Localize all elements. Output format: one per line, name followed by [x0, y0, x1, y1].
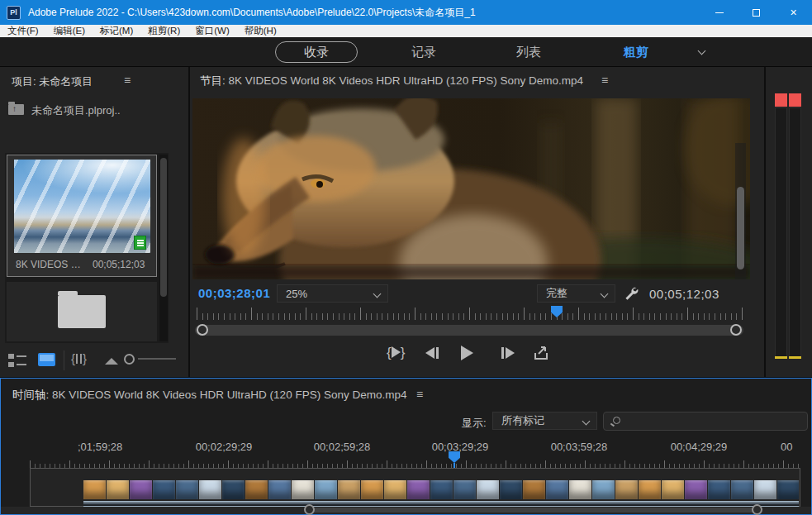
filmstrip-thumbnail — [777, 480, 799, 499]
video-preview[interactable] — [192, 98, 750, 279]
menu-item-marker[interactable]: 标记(M) — [93, 25, 140, 37]
zoom-slider-track[interactable] — [138, 358, 176, 360]
timeline-zoom-scrollbar[interactable] — [1, 507, 811, 514]
workspace-tab-roughcut-label: 粗剪 — [624, 45, 648, 60]
toolbar-divider — [64, 350, 64, 370]
filmstrip-thumbnail — [384, 480, 406, 499]
transport-controls: {} — [190, 345, 748, 368]
menu-item-file[interactable]: 文件(F) — [0, 25, 46, 37]
filmstrip-thumbnail — [176, 480, 198, 499]
workspace-bar: 收录 记录 列表 粗剪 — [0, 37, 812, 67]
play-button[interactable] — [461, 346, 473, 364]
monitor-range-bar[interactable] — [195, 325, 743, 336]
filmstrip-thumbnail — [546, 480, 568, 499]
folder-tile[interactable] — [7, 282, 157, 341]
filmstrip-thumbnail — [199, 480, 221, 499]
zoom-slider-handle[interactable] — [124, 354, 135, 365]
menu-item-window[interactable]: 窗口(W) — [188, 25, 237, 37]
app-logo-icon: Pl — [7, 6, 21, 20]
settings-wrench-button[interactable] — [623, 284, 639, 301]
out-point-handle[interactable] — [730, 324, 742, 336]
filmstrip-hover-button[interactable]: {} — [71, 351, 87, 365]
folder-up-icon[interactable]: ↑ — [8, 104, 24, 115]
chevron-down-icon — [697, 46, 705, 55]
filmstrip-thumbnail — [83, 480, 106, 499]
filmstrip-thumbnail — [107, 480, 129, 499]
workspace-tab-logging[interactable]: 记录 — [399, 37, 449, 67]
timeline-panel-menu-icon[interactable]: ≡ — [416, 389, 423, 400]
timeline-title-prefix: 时间轴: — [12, 389, 49, 401]
project-panel-toolbar: {} — [0, 347, 188, 377]
zoom-level-select[interactable]: 25% — [277, 284, 388, 303]
in-point-handle[interactable] — [197, 324, 208, 336]
monitor-scrollbar-thumb[interactable] — [737, 187, 744, 269]
close-icon: × — [790, 7, 796, 18]
export-button[interactable] — [533, 345, 549, 365]
timeline-ruler[interactable] — [30, 460, 800, 468]
project-panel-menu-icon[interactable]: ≡ — [124, 74, 131, 86]
filmstrip-thumbnail — [639, 480, 661, 499]
filmstrip-thumbnail — [615, 480, 638, 499]
list-view-button[interactable] — [8, 354, 26, 367]
filmstrip-thumbnail — [430, 480, 453, 499]
search-icon — [613, 417, 620, 424]
wolf-video-frame — [192, 98, 750, 279]
project-file-item[interactable]: 未命名项目.plproj.. — [31, 103, 121, 118]
filmstrip-thumbnail — [407, 480, 430, 499]
timeline-clip-title: 8K VIDEOS World 8K Videos HDR UltraHD (1… — [52, 389, 406, 401]
playback-quality-select[interactable]: 完整 — [537, 284, 615, 303]
step-back-button[interactable] — [425, 347, 439, 362]
filmstrip-thumbnail — [477, 480, 499, 499]
search-input[interactable] — [625, 413, 803, 429]
timeline-clip-track[interactable] — [30, 468, 800, 507]
zoom-handle-left[interactable] — [304, 504, 315, 515]
workspace-tab-ingest-label: 收录 — [304, 45, 329, 60]
workspace-tab-roughcut[interactable]: 粗剪 — [611, 37, 661, 67]
clip-thumbnail[interactable] — [14, 160, 150, 253]
clip-tile-selected[interactable]: 8K VIDEOS … 00;05;12;03 — [7, 155, 157, 277]
workspace-tab-list[interactable]: 列表 — [504, 37, 553, 67]
thumbnail-view-button[interactable] — [38, 353, 55, 366]
workspace-tab-ingest[interactable]: 收录 — [275, 41, 358, 63]
audio-meters-panel — [766, 67, 812, 377]
maximize-button[interactable] — [738, 0, 775, 25]
ruler-timecode-label: 00;03;59;28 — [551, 441, 608, 453]
clip-duration-timecode: 00;05;12;03 — [649, 287, 719, 301]
filmstrip-thumbnail — [523, 480, 545, 499]
monitor-title-prefix: 节目: — [200, 74, 226, 87]
zoom-handle-right[interactable] — [752, 504, 762, 515]
filmstrip-thumbnail — [500, 480, 522, 499]
monitor-vertical-scrollbar[interactable] — [735, 143, 746, 279]
monitor-time-ruler[interactable] — [197, 306, 743, 320]
audio-clip-indicator-right[interactable] — [789, 93, 801, 107]
window-controls: × — [700, 0, 812, 25]
filmstrip — [83, 480, 799, 499]
ruler-timecode-label: 00;04;29;29 — [671, 441, 728, 453]
filmstrip-thumbnail — [292, 480, 314, 499]
monitor-panel: 节目: 8K VIDEOS World 8K Videos HDR UltraH… — [190, 67, 764, 377]
zoom-scrollbar-thumb[interactable] — [309, 508, 757, 513]
current-timecode[interactable]: 00;03;28;01 — [198, 286, 270, 300]
clip-name: 8K VIDEOS … — [16, 259, 88, 270]
filmstrip-thumbnail — [662, 480, 684, 499]
step-forward-button[interactable] — [501, 347, 515, 362]
project-panel-scrollbar[interactable] — [159, 155, 168, 341]
project-panel: 项目: 未命名项目 ≡ ↑ 未命名项目.plproj.. 8K VIDEOS …… — [0, 67, 188, 377]
ruler-timecode-label: 00;02;29;29 — [196, 441, 253, 453]
scrollbar-thumb[interactable] — [160, 158, 167, 297]
marker-filter-select[interactable]: 所有标记 — [492, 412, 597, 430]
workspace-chevron-button[interactable] — [692, 37, 710, 67]
menu-item-roughcut[interactable]: 粗剪(R) — [140, 25, 188, 37]
marker-search[interactable] — [603, 412, 808, 431]
menu-item-help[interactable]: 帮助(H) — [237, 25, 284, 37]
play-in-to-out-button[interactable]: {} — [387, 346, 405, 360]
zoom-level-value: 25% — [286, 288, 307, 300]
minimize-button[interactable] — [700, 0, 738, 25]
close-button[interactable]: × — [775, 0, 812, 25]
wrench-icon — [623, 284, 639, 301]
monitor-panel-menu-icon[interactable]: ≡ — [601, 74, 608, 86]
ruler-timecode-label: 00;03;29;29 — [432, 441, 489, 453]
audio-level-left — [775, 356, 787, 359]
menu-item-edit[interactable]: 编辑(E) — [46, 25, 93, 37]
audio-clip-indicator-left[interactable] — [775, 93, 787, 107]
